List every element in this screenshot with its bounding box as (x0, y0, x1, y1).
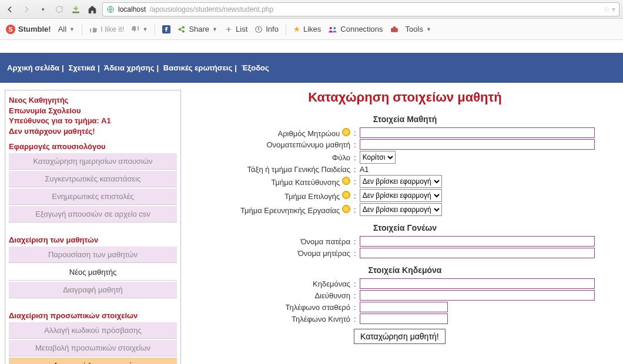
nav-forward-button[interactable] (20, 3, 33, 16)
reload-button[interactable] (53, 3, 66, 16)
label-phone: Τηλέφωνο σταθερό (192, 303, 350, 312)
stumble-all[interactable]: All▼ (58, 25, 75, 33)
svg-point-6 (259, 28, 259, 28)
history-dropdown[interactable]: ▾ (36, 3, 49, 16)
sidebar: Νεος Καθηγητής Επωνυμία Σχολείου Υπεύθυν… (5, 90, 181, 364)
connections-button[interactable]: Connections (328, 25, 383, 33)
home-button[interactable] (86, 3, 99, 16)
input-am[interactable] (360, 127, 595, 138)
help-icon[interactable] (342, 205, 350, 213)
info-button[interactable]: Info (254, 25, 279, 33)
toolbox-button[interactable] (390, 26, 398, 33)
select-choice[interactable]: Δεν βρίσκει εφαρμογή (360, 189, 442, 202)
likes-button[interactable]: ★Likes (293, 25, 321, 33)
label-direction: Τμήμα Κατεύθυνσης (192, 177, 350, 187)
help-icon[interactable] (342, 128, 350, 136)
label-choice: Τμήμα Επιλογής (192, 191, 350, 201)
sidebar-group-personal-title: Διαχείριση προσωπικών στοιχείων (9, 311, 177, 320)
submit-button[interactable]: Καταχώρηση μαθητή! (354, 329, 446, 344)
label-research: Τμήμα Ερευνητικής Εργασίας (192, 205, 350, 215)
input-address[interactable] (360, 290, 595, 301)
sidebar-item-letters[interactable]: Ενημερωτικές επιστολές (9, 188, 177, 205)
stumble-logo-icon: S (6, 25, 15, 34)
sidebar-item-change-password[interactable]: Αλλαγή κωδικού πρόσβασης (9, 322, 177, 339)
bookmark-star-icon[interactable]: ☆ ▾ (604, 5, 615, 14)
value-class: Α1 (360, 165, 369, 174)
svg-point-8 (334, 27, 336, 29)
sidebar-item-edit-personal[interactable]: Μεταβολή προσωπικών στοιχείων (9, 340, 177, 356)
section-parents: Στοιχεία Γονέων (192, 223, 618, 232)
tools-menu[interactable]: Tools▼ (406, 25, 431, 33)
stumble-button[interactable]: S Stumble! (6, 25, 51, 34)
input-mobile[interactable] (360, 314, 448, 324)
section-student: Στοιχεία Μαθητή (192, 114, 618, 124)
sidebar-item-list-students[interactable]: Παρουσίαση των μαθητών (9, 247, 177, 263)
input-fullname[interactable] (360, 139, 595, 150)
nav-back-button[interactable] (4, 3, 16, 16)
sidebar-item-record-absences[interactable]: Καταχώρηση ημερησίων απουσιών (9, 153, 177, 170)
sidebar-item-new-student[interactable]: Νέος μαθητής (9, 264, 177, 281)
nav-about[interactable]: Σχετικά (68, 63, 95, 72)
people-icon (328, 26, 337, 33)
help-icon[interactable] (342, 191, 350, 199)
select-research[interactable]: Δεν βρίσκει εφαρμογή (360, 203, 442, 216)
input-mother[interactable] (360, 248, 595, 258)
label-guardian: Κηδεμόνας (192, 279, 350, 288)
download-button[interactable] (69, 3, 82, 16)
label-gender: Φύλο (192, 153, 350, 162)
facebook-button[interactable] (162, 25, 170, 33)
nav-faq[interactable]: Βασικές ερωτήσεις (163, 63, 232, 72)
section-guardian: Στοιχεία Κηδεμόνα (192, 265, 618, 275)
help-icon[interactable] (342, 177, 350, 185)
svg-rect-10 (393, 26, 396, 28)
share-button[interactable]: Share▼ (177, 25, 217, 33)
url-host: localhost (118, 5, 146, 14)
main-content: Καταχώρηση στοιχείων μαθητή Στοιχεία Μαθ… (192, 90, 618, 344)
input-phone[interactable] (360, 302, 448, 312)
sidebar-status: Νεος Καθηγητής Επωνυμία Σχολείου Υπεύθυν… (9, 95, 177, 136)
svg-point-7 (330, 27, 332, 29)
nav-license[interactable]: Άδεια χρήσης (104, 63, 155, 72)
select-direction[interactable]: Δεν βρίσκει εφαρμογή (360, 175, 442, 188)
input-guardian[interactable] (360, 278, 595, 289)
sidebar-group-students-title: Διαχείριση των μαθητών (9, 235, 177, 244)
address-bar[interactable]: localhost/apousiologos/students/newstude… (102, 2, 619, 16)
nav-logout[interactable]: Έξοδος (241, 63, 269, 72)
sidebar-group-absences-title: Εφαρμογές απουσιολόγου (9, 142, 177, 151)
input-father[interactable] (360, 236, 595, 247)
page-title: Καταχώρηση στοιχείων μαθητή (192, 90, 618, 105)
browser-toolbar: ▾ localhost/apousiologos/students/newstu… (0, 0, 623, 19)
app-header: Αρχική σελίδα| Σχετικά| Άδεια χρήσης| Βα… (0, 53, 623, 83)
label-class: Τάξη ή τμήμα Γενικής Παιδείας (192, 165, 350, 174)
thumb-down-button[interactable]: ▼ (131, 25, 148, 33)
sidebar-item-summaries[interactable]: Συγκεντρωτικές καταστάσεις (9, 171, 177, 187)
globe-icon (106, 5, 115, 14)
select-gender[interactable]: Κορίτσι (360, 151, 396, 164)
nav-home[interactable]: Αρχική σελίδα (7, 63, 59, 72)
sidebar-item-export-csv[interactable]: Εξαγωγή απουσιών σε αρχείο csv (9, 206, 177, 223)
label-mother: Όνομα μητέρας (192, 249, 350, 258)
thumb-up-button[interactable]: I like it! (89, 25, 124, 33)
label-am: Αριθμός Μητρώου (192, 128, 350, 138)
stumble-toolbar: S Stumble! All▼ I like it! ▼ Share▼ List… (0, 19, 623, 40)
list-button[interactable]: List (225, 25, 247, 33)
sidebar-item-delete-account[interactable]: Διαγραφή λογαριασμού (9, 358, 177, 364)
label-address: Διεύθυνση (192, 291, 350, 300)
sidebar-item-delete-student[interactable]: Διαγραφή μαθητή (9, 282, 177, 298)
label-mobile: Τηλέφωνο Κινητό (192, 315, 350, 323)
svg-rect-9 (391, 28, 398, 32)
label-fullname: Ονοματεπώνυμο μαθητή (192, 140, 350, 149)
label-father: Όνομα πατέρα (192, 237, 350, 246)
url-path: /apousiologos/students/newstudent.php (149, 5, 273, 14)
